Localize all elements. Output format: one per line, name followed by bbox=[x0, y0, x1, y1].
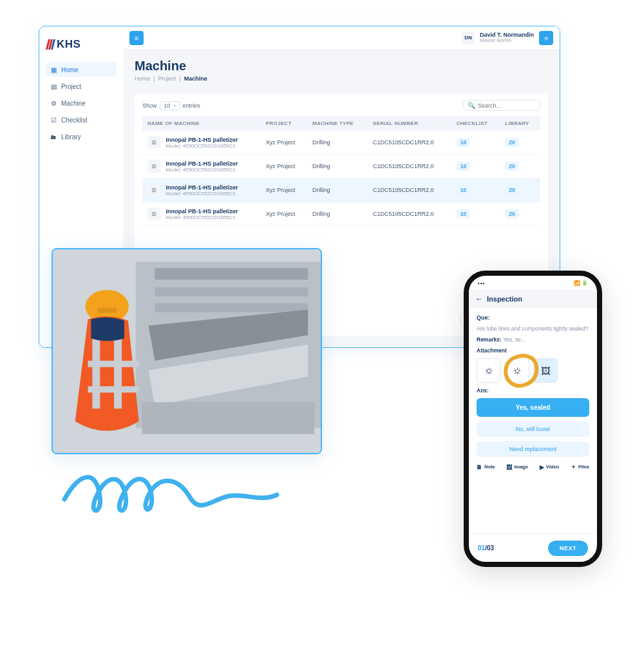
cell-project: Xyz Project bbox=[261, 202, 307, 226]
col-project[interactable]: PROJECT bbox=[261, 116, 307, 131]
machine-row-icon: ⛭ bbox=[147, 184, 160, 197]
kind-files[interactable]: ＋Files bbox=[571, 463, 589, 471]
search-input[interactable] bbox=[478, 102, 536, 109]
attachments-label: Attachment bbox=[477, 347, 589, 354]
checklist-chip[interactable]: 10 bbox=[457, 209, 470, 218]
attachments-row: ⛭ ⛭ 🖼 bbox=[477, 358, 589, 383]
logo-bars-icon bbox=[47, 39, 54, 50]
col-type[interactable]: MACHINE TYPE bbox=[307, 116, 368, 131]
hamburger-button[interactable]: ≡ bbox=[129, 31, 144, 45]
attachment-thumb[interactable]: ⛭ bbox=[477, 358, 501, 383]
breadcrumb-home[interactable]: Home bbox=[135, 75, 150, 82]
note-icon: 🗎 bbox=[477, 464, 482, 470]
kind-note[interactable]: 🗎Note bbox=[477, 463, 495, 471]
user-cluster[interactable]: DN David T. Normandin Master Admin ⎆ bbox=[462, 31, 553, 45]
checklist-chip[interactable]: 10 bbox=[457, 186, 470, 195]
col-library[interactable]: LIBRARY bbox=[500, 116, 540, 131]
attachment-add[interactable]: 🖼 bbox=[533, 358, 558, 383]
machine-row-icon: ⛭ bbox=[147, 207, 160, 220]
checklist-chip[interactable]: 10 bbox=[457, 138, 470, 147]
library-chip[interactable]: 20 bbox=[505, 186, 518, 195]
sidebar-item-project[interactable]: ▤ Project bbox=[46, 79, 117, 93]
svg-rect-9 bbox=[114, 332, 122, 408]
question-label: Que: bbox=[477, 314, 589, 321]
attachment-thumb[interactable]: ⛭ bbox=[505, 358, 529, 383]
machine-row-icon: ⛭ bbox=[147, 136, 160, 149]
phone-body: Que: Are lube lines and components tight… bbox=[469, 308, 597, 533]
sidebar-item-label: Library bbox=[61, 133, 81, 140]
checklist-chip[interactable]: 10 bbox=[457, 162, 470, 171]
user-role: Master Admin bbox=[480, 38, 534, 43]
phone-mockup: ••• 📶 🔋 ← Inspection Que: Are lube lines… bbox=[464, 271, 602, 567]
sidebar-item-label: Home bbox=[61, 66, 79, 73]
table-row[interactable]: ⛭ Innopal PB-1-HS palletizer Model: 4550… bbox=[142, 178, 540, 202]
topbar: ≡ DN David T. Normandin Master Admin ⎆ bbox=[123, 26, 560, 50]
table-row[interactable]: ⛭ Innopal PB-1-HS palletizer Model: 4550… bbox=[142, 202, 540, 226]
breadcrumb-project[interactable]: Project bbox=[158, 75, 176, 82]
library-chip[interactable]: 20 bbox=[505, 138, 518, 147]
cell-type: Drilling bbox=[307, 155, 368, 178]
machine-model: Model: 4550DC552CD1055C1 bbox=[166, 191, 238, 197]
question-text: Are lube lines and components tightly se… bbox=[477, 325, 589, 332]
svg-rect-7 bbox=[97, 308, 117, 313]
machine-model: Model: 4550DC552CD1055C1 bbox=[166, 215, 238, 220]
cell-serial: C1DC5105CDC1RR2.0 bbox=[368, 202, 451, 226]
phone-footer: 01/03 NEXT bbox=[469, 533, 597, 562]
table-row[interactable]: ⛭ Innopal PB-1-HS palletizer Model: 4550… bbox=[142, 131, 540, 155]
avatar-initials: DN bbox=[462, 32, 475, 44]
col-serial[interactable]: SERIAL NUMBER bbox=[368, 116, 451, 131]
signature-squiggle bbox=[61, 464, 280, 522]
signal-icon: ••• bbox=[478, 280, 485, 286]
breadcrumb: Home | Project | Machine bbox=[135, 75, 548, 82]
cell-serial: C1DC5105CDC1RR2.0 bbox=[368, 178, 451, 202]
status-icons: 📶 🔋 bbox=[574, 280, 588, 286]
entries-select[interactable]: 10 bbox=[160, 101, 180, 110]
kind-video[interactable]: ▶Video bbox=[540, 463, 559, 471]
kind-image[interactable]: 🖼Image bbox=[506, 463, 528, 471]
machine-model: Model: 4550DC552CD1055C1 bbox=[166, 143, 238, 149]
col-name[interactable]: NAME OF MACHINE bbox=[142, 116, 261, 131]
answer-need-replacement[interactable]: Need replacement bbox=[477, 441, 589, 457]
progress-current: 01 bbox=[478, 544, 485, 552]
machines-table: NAME OF MACHINE PROJECT MACHINE TYPE SER… bbox=[142, 116, 540, 226]
brand-logo: KHS bbox=[46, 35, 117, 60]
remarks-value: Yes, se... bbox=[503, 336, 526, 343]
checklist-icon: ☑ bbox=[50, 116, 57, 124]
answer-yes-sealed[interactable]: Yes, sealed bbox=[477, 398, 589, 417]
svg-rect-11 bbox=[88, 386, 138, 392]
answer-label: Ans: bbox=[477, 387, 589, 394]
sidebar-item-home[interactable]: ▦ Home bbox=[46, 62, 117, 77]
back-button[interactable]: ← bbox=[475, 294, 483, 303]
library-icon: 🖿 bbox=[50, 133, 57, 140]
cell-project: Xyz Project bbox=[261, 131, 307, 155]
cell-serial: C1DC5105CDC1RR2.0 bbox=[368, 131, 451, 155]
machine-name: Innopal PB-1-HS palletizer bbox=[166, 208, 238, 215]
machine-name: Innopal PB-1-HS palletizer bbox=[166, 160, 238, 167]
table-row[interactable]: ⛭ Innopal PB-1-HS palletizer Model: 4550… bbox=[142, 155, 540, 178]
project-icon: ▤ bbox=[50, 82, 57, 90]
sidebar-item-machine[interactable]: ⚙ Machine bbox=[46, 96, 117, 110]
logout-button[interactable]: ⎆ bbox=[539, 31, 553, 45]
phone-statusbar: ••• 📶 🔋 bbox=[469, 276, 597, 290]
image-icon: 🖼 bbox=[506, 464, 512, 470]
cell-project: Xyz Project bbox=[261, 155, 307, 178]
step-progress: 01/03 bbox=[478, 544, 494, 552]
machine-model: Model: 4550DC552CD1055C1 bbox=[166, 167, 238, 173]
answer-no-loose[interactable]: No, still loose bbox=[477, 421, 589, 437]
sidebar-item-checklist[interactable]: ☑ Checklist bbox=[46, 113, 117, 127]
entries-label: entries bbox=[183, 102, 200, 109]
cell-type: Drilling bbox=[307, 131, 368, 155]
phone-title: Inspection bbox=[487, 295, 522, 303]
next-button[interactable]: NEXT bbox=[548, 541, 588, 556]
remarks-label: Remarks: bbox=[477, 336, 502, 343]
cell-type: Drilling bbox=[307, 202, 368, 226]
sidebar-item-library[interactable]: 🖿 Library bbox=[46, 130, 117, 144]
library-chip[interactable]: 20 bbox=[505, 209, 518, 218]
library-chip[interactable]: 20 bbox=[505, 162, 518, 171]
home-icon: ▦ bbox=[50, 66, 57, 73]
sidebar-item-label: Machine bbox=[61, 100, 86, 107]
cell-serial: C1DC5105CDC1RR2.0 bbox=[368, 155, 451, 178]
page-title: Machine bbox=[135, 59, 548, 73]
svg-rect-10 bbox=[88, 361, 138, 367]
col-checklist[interactable]: CHECKLIST bbox=[451, 116, 500, 131]
